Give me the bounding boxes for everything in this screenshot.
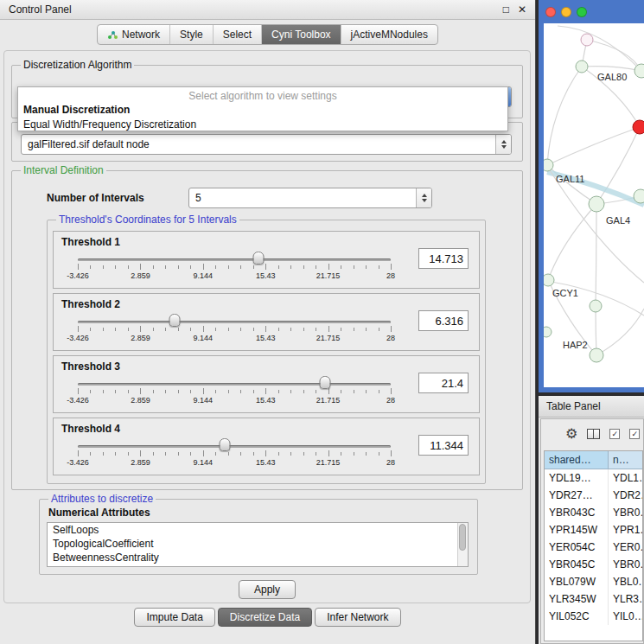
network-node[interactable] [544,274,554,286]
network-node[interactable] [589,196,604,212]
tab-discretize-data[interactable]: Discretize Data [218,608,312,627]
traffic-light-minimize-icon[interactable] [561,7,571,17]
table-row[interactable]: YBR043CYBR0… [545,504,642,521]
threshold-slider[interactable]: -3.4262.8599.14415.4321.71528 [78,251,391,284]
network-node[interactable] [590,348,603,362]
tab-network[interactable]: Network [98,25,169,44]
slider-thumb[interactable] [169,314,181,327]
tick-mark [178,452,179,456]
tab-label: Style [180,29,203,41]
table-row[interactable]: YDL19…YDL1… [545,469,642,487]
threshold-box: Threshold 1-3.4262.8599.14415.4321.71528… [53,231,480,289]
numerical-attributes-label: Numerical Attributes [48,507,150,519]
network-edge[interactable] [596,204,596,306]
table-row[interactable]: YER054CYER0… [545,539,642,556]
select-all-columns-icon[interactable]: ✓ [609,429,620,439]
network-edge[interactable] [558,26,641,71]
threshold-value-field[interactable]: 6.316 [418,310,469,331]
show-columns-icon[interactable]: ✓ [629,429,640,439]
table-row[interactable]: YDR27…YDR2… [545,487,642,504]
tick-mark [253,452,254,456]
popup-hint-item[interactable]: Select algorithm to view settings [18,87,507,103]
tab-infer-network[interactable]: Infer Network [315,608,400,627]
tick-mark [215,390,216,393]
scale-tick-label: 2.859 [131,271,150,280]
slider-scale: -3.4262.8599.14415.4321.71528 [78,458,391,467]
tab-cyni-toolbox[interactable]: Cyni Toolbox [261,25,340,44]
tick-mark [391,264,392,270]
network-edge[interactable] [582,67,641,71]
table-row[interactable]: YBL079WYBL0… [545,573,642,590]
control-panel-titlebar: Control Panel □ ✕ [0,0,535,20]
float-window-icon[interactable]: □ [503,3,509,16]
table-row[interactable]: YPR145WYPR1… [545,521,642,539]
slider-thumb[interactable] [319,376,330,389]
gear-icon[interactable]: ⚙ [565,427,577,441]
node-label: HAP2 [563,340,588,350]
network-edge[interactable] [548,204,596,280]
traffic-light-close-icon[interactable] [545,7,556,17]
tick-mark [290,328,291,331]
slider-thumb[interactable] [220,438,231,451]
column-header-name[interactable]: n… [609,451,642,469]
network-node[interactable] [634,189,644,203]
scale-tick-label: 9.144 [194,396,214,405]
popup-item-equal-width-frequency[interactable]: Equal Width/Frequency Discretization [18,118,507,132]
tick-mark [391,450,392,456]
table-cell-name: YBR0… [609,504,642,521]
slider-thumb[interactable] [252,252,264,265]
threshold-value-field[interactable]: 21.4 [418,373,469,393]
threshold-value-field[interactable]: 14.713 [418,248,469,269]
tick-mark [78,450,79,456]
tick-mark [341,390,341,393]
columns-icon[interactable] [587,429,600,439]
network-edge[interactable] [596,309,644,355]
list-scrollbar[interactable] [457,523,468,566]
attribute-list-item[interactable]: TopologicalCoefficient [48,537,468,551]
table-data-combobox[interactable]: galFiltered.sif default node [21,134,512,155]
table-row[interactable]: YIL052CYIL0… [545,608,642,625]
network-edge[interactable] [547,127,640,165]
tab-select[interactable]: Select [213,25,261,44]
close-icon[interactable]: ✕ [518,3,526,16]
network-edge[interactable] [547,67,582,165]
network-view-window: GAL80GAL11GAL4GCY1HAP2 [539,0,644,392]
network-canvas[interactable]: GAL80GAL11GAL4GCY1HAP2 [544,23,644,387]
table-row[interactable]: YBR045CYBR0… [545,556,642,573]
tab-style[interactable]: Style [169,25,213,44]
tick-mark [253,328,254,331]
tick-mark [103,390,104,393]
tick-mark [153,328,154,331]
tab-impute-data[interactable]: Impute Data [134,608,214,627]
scrollbar-thumb[interactable] [459,524,466,551]
column-header-shared-name[interactable]: shared… [545,451,609,469]
threshold-value-field[interactable]: 11.344 [418,435,469,456]
slider-track [78,445,391,448]
threshold-box: Threshold 2-3.4262.8599.14415.4321.71528… [53,293,480,351]
network-node[interactable] [581,34,593,46]
network-node[interactable] [544,327,552,337]
network-node[interactable] [576,61,588,73]
threshold-slider[interactable]: -3.4262.8599.14415.4321.71528 [78,437,391,470]
attribute-list-item[interactable]: BetweennessCentrality [48,551,468,564]
scale-tick-label: 9.144 [194,271,214,280]
network-edge[interactable] [596,306,596,355]
network-node[interactable] [590,300,602,312]
tab-jactivemnodules[interactable]: jActiveMNodules [341,25,437,44]
scale-tick-label: -3.426 [67,458,89,467]
popup-item-manual-discretization[interactable]: Manual Discretization [18,103,507,118]
traffic-light-zoom-icon[interactable] [577,7,587,17]
tick-mark [115,265,116,269]
attribute-list-item[interactable]: SelfLoops [48,523,468,537]
network-node[interactable] [634,64,644,78]
tick-mark [265,326,266,332]
threshold-slider[interactable]: -3.4262.8599.14415.4321.71528 [78,375,391,408]
table-cell-shared-name: YBL079W [545,573,609,590]
number-of-intervals-combobox[interactable]: 5 [188,188,432,208]
apply-button[interactable]: Apply [239,580,296,599]
threshold-slider[interactable]: -3.4262.8599.14415.4321.71528 [78,313,391,346]
numerical-attributes-list[interactable]: SelfLoopsTopologicalCoefficientBetweenne… [47,522,469,567]
network-node[interactable] [544,159,553,171]
table-row[interactable]: YLR345WYLR3… [545,590,642,608]
network-node[interactable] [633,120,644,134]
